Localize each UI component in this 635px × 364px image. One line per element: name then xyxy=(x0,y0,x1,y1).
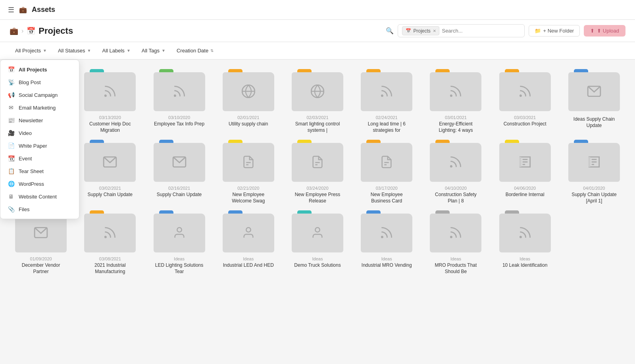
asset-date: 03/03/2021 xyxy=(514,115,536,120)
folder-body xyxy=(84,214,136,252)
briefcase-icon: 💼 xyxy=(19,6,27,13)
asset-card[interactable]: 03/03/2021Construction Project xyxy=(494,69,556,133)
dropdown-item-label: Website Content xyxy=(19,194,57,200)
folder-type-icon xyxy=(518,225,533,241)
asset-card[interactable]: 02/24/2021Long lead time | 6 strategies … xyxy=(355,69,418,133)
svg-rect-31 xyxy=(589,157,591,167)
dropdown-item-files[interactable]: 📎Files xyxy=(0,203,79,216)
asset-name: Demo Truck Solutions xyxy=(294,262,341,269)
folder-type-icon xyxy=(518,84,533,100)
filter-bar: All Projects ▼ All Statuses ▼ All Labels… xyxy=(0,42,635,60)
upload-icon: ⬆ xyxy=(590,28,595,34)
asset-card[interactable]: IdeasMRO Products That Should Be xyxy=(424,210,487,275)
folder-type-icon xyxy=(380,154,393,171)
asset-card[interactable]: 03/17/2020New Employee Business Card xyxy=(355,140,418,204)
asset-date: 02/24/2021 xyxy=(376,115,398,120)
asset-card[interactable]: 03/10/2020Employee Tax Info Prep xyxy=(148,69,210,133)
asset-card[interactable]: IdeasLED Lighting Solutions Tear xyxy=(148,210,210,275)
svg-point-11 xyxy=(451,95,452,96)
asset-card[interactable]: 03/02/2021Supply Chain Update xyxy=(79,140,141,204)
all-labels-filter[interactable]: All Labels ▼ xyxy=(97,45,136,56)
asset-name: 10 Leak Identification xyxy=(502,262,547,269)
asset-date: 04/10/2020 xyxy=(445,186,467,191)
folder-type-icon xyxy=(241,84,256,100)
new-folder-button[interactable]: 📁 + New Folder xyxy=(529,25,580,37)
asset-name: Employee Tax Info Prep xyxy=(154,121,204,127)
dropdown-item-all-projects[interactable]: 📅All Projects xyxy=(0,63,79,76)
dropdown-item-website-content[interactable]: 🖥Website Content xyxy=(0,190,79,203)
asset-card[interactable]: 03/24/2020New Employee Press Release xyxy=(286,140,349,204)
asset-card[interactable]: Ideas10 Leak Identification xyxy=(494,210,556,275)
dropdown-item-newsletter[interactable]: 📰Newsletter xyxy=(0,114,79,127)
svg-point-33 xyxy=(105,236,106,237)
svg-point-23 xyxy=(451,166,452,167)
asset-card[interactable]: Ideas Supply Chain Update xyxy=(563,69,625,133)
dropdown-item-label: White Paper xyxy=(19,143,47,149)
folder-body xyxy=(223,72,274,111)
all-tags-filter[interactable]: All Tags ▼ xyxy=(136,45,171,56)
asset-name: Customer Help Doc Migration xyxy=(84,121,136,133)
asset-card[interactable]: 01/09/2020December Vendor Partner xyxy=(10,210,72,275)
asset-card[interactable]: IdeasIndustrial LED And HED xyxy=(217,210,280,275)
breadcrumb-sep: › xyxy=(21,27,23,35)
asset-date: 03/24/2020 xyxy=(306,186,328,191)
folder-body xyxy=(361,143,412,182)
dropdown-icon: 📆 xyxy=(8,155,15,162)
asset-name: Supply Chain Update xyxy=(157,192,202,198)
projects-filter-tag[interactable]: 📅 Projects × xyxy=(402,26,440,35)
upload-button[interactable]: ⬆ ⬆ Upload xyxy=(584,25,625,37)
svg-point-10 xyxy=(382,95,383,96)
asset-card[interactable]: IdeasIndustrial MRO Vending xyxy=(355,210,418,275)
dropdown-item-label: Social Campaign xyxy=(19,92,58,98)
asset-card[interactable]: 03/08/20212021 Industrial Manufacturing xyxy=(79,210,141,275)
asset-card[interactable]: 03/13/2020Customer Help Doc Migration xyxy=(79,69,141,133)
page-title: Projects xyxy=(38,26,73,36)
dropdown-item-tear-sheet[interactable]: 📋Tear Sheet xyxy=(0,165,79,177)
creation-date-filter[interactable]: Creation Date ⇅ xyxy=(171,45,219,56)
remove-tag-icon[interactable]: × xyxy=(433,28,436,34)
all-projects-filter[interactable]: All Projects ▼ xyxy=(10,45,52,56)
folder-type-icon xyxy=(242,225,255,241)
folder-type-icon xyxy=(379,84,394,100)
all-labels-arrow: ▼ xyxy=(127,48,131,53)
folder-type-icon xyxy=(310,84,325,100)
asset-name: Construction Safety Plan | 8 xyxy=(430,192,481,204)
asset-card[interactable]: 04/06/2020Borderline Internal xyxy=(494,140,556,204)
dropdown-item-social-campaign[interactable]: 📢Social Campaign xyxy=(0,89,79,101)
asset-card[interactable]: 02/01/2021Utility supply chain xyxy=(217,69,280,133)
folder-body xyxy=(84,143,136,182)
asset-name: New Employee Welcome Swag xyxy=(223,192,274,204)
search-input[interactable] xyxy=(442,28,513,34)
asset-card[interactable]: 02/03/2021Smart lighting control systems… xyxy=(286,69,349,133)
menu-icon[interactable]: ☰ xyxy=(8,6,14,14)
dropdown-item-video[interactable]: 🎥Video xyxy=(0,127,79,139)
dropdown-item-white-paper[interactable]: 📄White Paper xyxy=(0,139,79,152)
asset-card[interactable]: 02/16/2021Supply Chain Update xyxy=(148,140,210,204)
asset-card[interactable]: IdeasDemo Truck Solutions xyxy=(286,210,349,275)
folder-type-icon xyxy=(311,154,324,171)
top-bar-title: Assets xyxy=(32,6,55,14)
asset-card[interactable]: 04/10/2020Construction Safety Plan | 8 xyxy=(424,140,487,204)
asset-name: New Employee Press Release xyxy=(292,192,343,204)
folder-body xyxy=(499,72,551,111)
svg-rect-27 xyxy=(519,157,521,167)
asset-card[interactable]: 03/01/2021Energy-Efficient Lighting: 4 w… xyxy=(424,69,487,133)
dropdown-item-wordpress[interactable]: 🌐WordPress xyxy=(0,177,79,190)
asset-card[interactable]: 02/21/2020New Employee Welcome Swag xyxy=(217,140,280,204)
dropdown-item-email-marketing[interactable]: ✉Email Marketing xyxy=(0,101,79,114)
dropdown-item-event[interactable]: 📆Event xyxy=(0,152,79,165)
asset-card[interactable]: 04/01/2020Supply Chain Update [April 1] xyxy=(563,140,625,204)
dropdown-item-label: WordPress xyxy=(19,181,44,187)
folder-body xyxy=(154,143,205,182)
folder-body xyxy=(499,143,551,182)
dropdown-item-blog-post[interactable]: 📡Blog Post xyxy=(0,76,79,89)
all-statuses-filter[interactable]: All Statuses ▼ xyxy=(52,45,97,56)
folder-body xyxy=(292,72,343,111)
search-icon[interactable]: 🔍 xyxy=(386,27,394,35)
dropdown-item-label: Video xyxy=(19,130,32,136)
asset-date: 02/03/2021 xyxy=(306,115,328,120)
folder-body xyxy=(430,214,481,252)
breadcrumb-icon[interactable]: 💼 xyxy=(10,27,18,35)
all-statuses-label: All Statuses xyxy=(58,48,85,54)
dropdown-icon: 🌐 xyxy=(8,181,15,187)
